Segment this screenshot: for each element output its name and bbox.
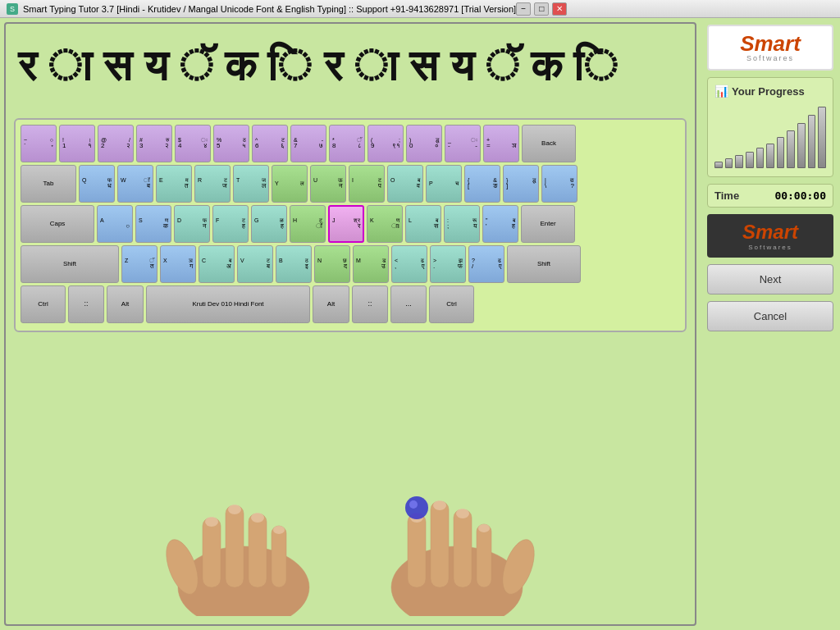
key-7[interactable]: &- 7७ [290, 125, 326, 162]
right-shift-key[interactable]: Shift [507, 245, 581, 283]
softwares-label: Softwares [715, 54, 825, 62]
svg-point-13 [228, 504, 241, 514]
progress-bar [787, 130, 795, 168]
left-ctrl-key[interactable]: Ctrl [21, 285, 66, 323]
key-w[interactable]: Wॉ ब [117, 165, 153, 203]
svg-rect-2 [226, 505, 244, 587]
key-c[interactable]: Cब अ [199, 245, 235, 283]
keyboard-container: ~○ `॰ !। 1१ @/ 2२ #रु 3२ $ः 4४ [14, 118, 687, 332]
softwares-dark-label: Softwares [714, 244, 827, 251]
progress-bar [756, 148, 765, 168]
key-x[interactable]: Xञ ग [160, 245, 196, 283]
timer-section: Time 00:00:00 [707, 184, 833, 208]
key-r[interactable]: Rट ज [194, 165, 231, 203]
key-0[interactable]: )द्ध 0० [406, 125, 442, 162]
right-ctrl-key[interactable]: Ctrl [429, 285, 474, 323]
key-quote[interactable]: "ब 'ह [482, 205, 518, 243]
key-comma[interactable]: <ढ ,ए [391, 245, 427, 283]
key-bracket-close[interactable]: }द्ध ] [503, 165, 539, 203]
caps-lock-key[interactable]: Caps [21, 205, 94, 243]
svg-point-15 [273, 526, 285, 534]
svg-rect-7 [408, 514, 426, 587]
titlebar: S Smart Typing Tutor 3.7 [Hindi - Krutid… [0, 0, 840, 18]
key-e[interactable]: Eम त [156, 165, 192, 203]
left-alt-key[interactable]: Alt [107, 285, 144, 323]
key-t[interactable]: Tज ल [233, 165, 269, 203]
key-3[interactable]: #रु 3२ [136, 125, 172, 162]
key-f[interactable]: Fट ह [212, 205, 249, 243]
key-9[interactable]: (; 9९१ [368, 125, 404, 162]
left-panel: र ा स य ॅ क ि र ा स य ॅ क ि ~○ `॰ !। 1१ … [4, 22, 696, 626]
progress-bar [735, 155, 743, 168]
svg-rect-4 [272, 526, 286, 587]
key-z[interactable]: Zॅ त [121, 245, 158, 283]
chart-icon: 📊 [714, 84, 728, 98]
maximize-button[interactable]: □ [534, 2, 549, 16]
key-p[interactable]: Pच [426, 165, 462, 203]
key-h[interactable]: Hट ॉ [290, 205, 326, 243]
key-g[interactable]: Gळ ह [251, 205, 287, 243]
spacebar-key[interactable]: Kruti Dev 010 Hindi Font [146, 285, 310, 323]
keyboard-row-3: Caps A ○ Sण क Dफ न Fट ह [21, 205, 680, 243]
key-minus[interactable]: _ः -- [445, 125, 481, 162]
svg-rect-10 [477, 524, 491, 587]
key-backslash[interactable]: |द्य \? [541, 165, 578, 203]
key-a[interactable]: A ○ [97, 205, 133, 243]
key-m[interactable]: Mड उ [353, 245, 389, 283]
key-tilde[interactable]: ~○ `॰ [21, 125, 57, 162]
svg-rect-1 [203, 518, 221, 587]
key-semicolon[interactable]: :रू ;य [444, 205, 480, 243]
keyboard-row-1: ~○ `॰ !। 1१ @/ 2२ #रु 3२ $ः 4४ [21, 125, 680, 162]
key-i[interactable]: Iट प [349, 165, 385, 203]
key-fn3[interactable]: ... [390, 285, 427, 323]
backspace-key[interactable]: Back [522, 125, 576, 162]
key-period[interactable]: >झ .फ [430, 245, 466, 283]
key-5[interactable]: %ठ 5५ [213, 125, 249, 162]
close-button[interactable]: ✕ [552, 2, 567, 16]
minimize-button[interactable]: − [516, 2, 531, 16]
key-l[interactable]: Lब स [405, 205, 441, 243]
key-bracket-open[interactable]: {& [ङ [464, 165, 500, 203]
titlebar-buttons: − □ ✕ [516, 2, 567, 16]
key-s[interactable]: Sण क [135, 205, 171, 243]
logo-top: Smart Softwares [707, 25, 833, 71]
tab-key[interactable]: Tab [21, 165, 76, 203]
key-2[interactable]: @/ 2२ [98, 125, 134, 162]
timer-value: 00:00:00 [774, 189, 826, 202]
key-4[interactable]: $ः 4४ [175, 125, 211, 162]
finger-guide [14, 336, 687, 616]
key-k[interactable]: Kण ाI [367, 205, 403, 243]
timer-label: Time [714, 189, 739, 202]
keyboard-row-4: Shift Zॅ त Xञ ग Cब अ Vट ब [21, 245, 680, 283]
key-y[interactable]: Yल [272, 165, 308, 203]
key-8[interactable]: *ॅ 8८ [329, 125, 365, 162]
key-d[interactable]: Dफ न [174, 205, 210, 243]
cancel-button[interactable]: Cancel [707, 301, 833, 331]
progress-title: 📊 Your Progress [714, 84, 826, 98]
key-q[interactable]: Qफ ध [79, 165, 115, 203]
hands-svg [104, 452, 596, 616]
key-fn1[interactable]: :: [68, 285, 104, 323]
key-n[interactable]: Nछ द [314, 245, 350, 283]
key-o[interactable]: Oब व [387, 165, 423, 203]
svg-rect-9 [454, 509, 472, 587]
key-b[interactable]: Bठ इ [276, 245, 312, 283]
progress-bar [818, 107, 826, 168]
key-1[interactable]: !। 1१ [59, 125, 95, 162]
right-alt-key[interactable]: Alt [313, 285, 349, 323]
enter-key[interactable]: Enter [521, 205, 575, 243]
key-j-active[interactable]: Jश्र र [328, 205, 364, 243]
svg-point-21 [409, 500, 418, 509]
svg-point-14 [251, 513, 264, 523]
left-shift-key[interactable]: Shift [21, 245, 119, 283]
key-equals[interactable]: + =ञ [483, 125, 519, 162]
key-fn2[interactable]: :: [352, 285, 388, 323]
key-u[interactable]: Uऊ न [310, 165, 346, 203]
progress-bar [808, 115, 816, 168]
key-v[interactable]: Vट ब [237, 245, 273, 283]
key-slash[interactable]: ?ढ /ए [468, 245, 504, 283]
svg-point-12 [205, 517, 218, 527]
key-6[interactable]: ^ट 6६ [252, 125, 288, 162]
next-button[interactable]: Next [707, 264, 833, 294]
keyboard-row-2: Tab Qफ ध Wॉ ब Eम त Rट ज [21, 165, 680, 203]
